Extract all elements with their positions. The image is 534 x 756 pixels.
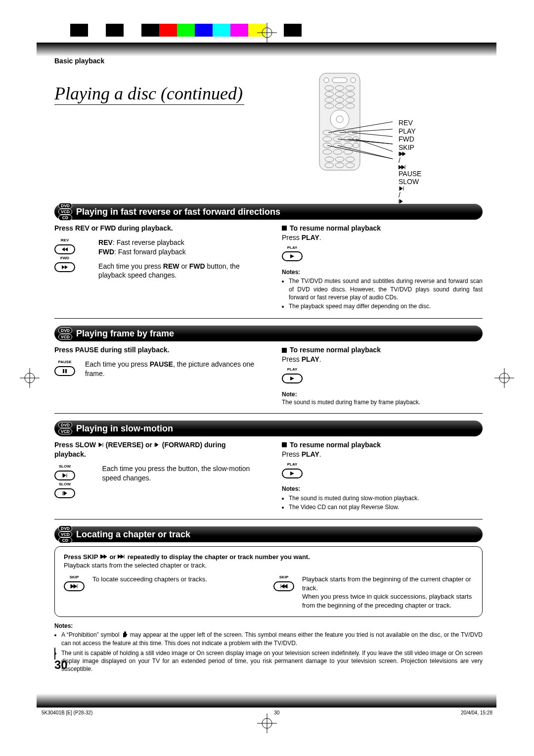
- registration-mark-right: [494, 368, 514, 388]
- remote-callout-labels: REV PLAY FWD SKIP / PAUSE SLOW /: [399, 119, 421, 204]
- svg-rect-14: [332, 78, 347, 83]
- gradient-bottom: [37, 694, 496, 708]
- svg-point-29: [336, 116, 343, 123]
- content-area: Basic playback Playing a disc (continued…: [54, 54, 483, 672]
- slow-rev-button-icon: SLOW: [54, 464, 75, 482]
- section-body-slowmo: Press SLOW (REVERSE) or (FORWARD) during…: [54, 440, 483, 520]
- section-title: Playing frame by frame: [76, 328, 174, 339]
- remote-label-rev: REV: [399, 119, 421, 127]
- instruction: Press PAUSE during still playback.: [54, 345, 257, 355]
- disc-badges: DVD VCD CD: [58, 203, 72, 221]
- resume-header: To resume normal playback: [282, 345, 483, 355]
- instruction: Press SLOW (REVERSE) or (FORWARD) during…: [54, 440, 257, 459]
- prohibition-hand-icon: [121, 631, 128, 638]
- page: Basic playback Playing a disc (continued…: [0, 0, 534, 756]
- resume-header: To resume normal playback: [282, 224, 483, 233]
- section-body-frame: Press PAUSE during still playback. PAUSE…: [54, 345, 483, 414]
- section-bar-fastscan: DVD VCD CD Playing in fast reverse or fa…: [54, 204, 483, 220]
- square-bullet-icon: [282, 442, 287, 447]
- play-button-icon: PLAY: [282, 367, 303, 385]
- slow-fwd-button-icon: SLOW: [54, 482, 75, 500]
- registration-mark-top: [257, 23, 277, 43]
- notes-list: The sound is muted during slow-motion pl…: [282, 494, 483, 511]
- remote-label-slow: SLOW /: [399, 178, 421, 204]
- section-bar-slowmo: DVD VCD Playing in slow-motion: [54, 421, 483, 436]
- instruction: Press SKIP or repeatedly to display the …: [64, 553, 473, 562]
- disc-badges: DVD VCD CD: [58, 525, 72, 543]
- registration-mark-left: [20, 368, 40, 388]
- section-body-locating: Press SKIP or repeatedly to display the …: [54, 546, 483, 617]
- remote-label-pause: PAUSE: [399, 170, 421, 178]
- pause-button-icon: PAUSE: [54, 360, 75, 378]
- footer-notes: Notes: A “Prohibition” symbol may appear…: [54, 622, 483, 673]
- foot-note-2: The unit is capable of holding a still v…: [61, 649, 483, 673]
- title-underline: [54, 104, 244, 105]
- svg-point-13: [324, 78, 329, 83]
- fwd-button-icon: FWD: [54, 256, 75, 274]
- instruction: Press REV or FWD during playback.: [54, 224, 257, 233]
- resume-header: To resume normal playback: [282, 440, 483, 450]
- page-number: 30: [54, 657, 68, 673]
- running-header: Basic playback: [54, 54, 483, 72]
- rev-button-icon: REV: [54, 238, 75, 256]
- play-button-icon: PLAY: [282, 462, 303, 480]
- skip-rev-button-icon: SKIP: [273, 575, 294, 610]
- registration-mark-bottom: [257, 713, 277, 733]
- remote-label-fwd: FWD: [399, 135, 421, 143]
- section-title: Playing in slow-motion: [76, 423, 173, 434]
- skip-fwd-button-icon: SKIP: [64, 575, 85, 610]
- section-title: Playing in fast reverse or fast forward …: [76, 206, 280, 218]
- foot-note-1: A “Prohibition” symbol may appear at the…: [61, 631, 483, 647]
- remote-illustration: REV PLAY FWD SKIP / PAUSE SLOW /: [314, 72, 453, 171]
- square-bullet-icon: [282, 226, 287, 231]
- section-bar-frame: DVD VCD Playing frame by frame: [54, 326, 483, 341]
- disc-badges: DVD VCD: [58, 422, 72, 434]
- section-bar-locating: DVD VCD CD Locating a chapter or track: [54, 526, 483, 542]
- svg-line-55: [356, 139, 393, 151]
- notes-list: The TV/DVD mutes sound and subtitles dur…: [282, 277, 483, 310]
- pdf-footer: 5K30401B [E] (P28-32) 30 20/4/04, 15:28: [42, 710, 492, 715]
- svg-rect-59: [65, 369, 67, 373]
- section-body-fastscan: Press REV or FWD during playback. REV FW…: [54, 224, 483, 319]
- section-title: Locating a chapter or track: [76, 528, 190, 540]
- svg-rect-58: [63, 369, 64, 373]
- play-button-icon: PLAY: [282, 245, 303, 264]
- disc-badges: DVD VCD: [58, 328, 72, 340]
- footer-center: 30: [274, 710, 279, 715]
- remote-label-play: PLAY: [399, 127, 421, 136]
- svg-point-15: [351, 78, 356, 83]
- remote-label-skip: SKIP /: [399, 143, 421, 170]
- footer-left: 5K30401B [E] (P28-32): [42, 710, 92, 715]
- square-bullet-icon: [282, 348, 287, 353]
- footer-right: 20/4/04, 15:28: [461, 710, 492, 715]
